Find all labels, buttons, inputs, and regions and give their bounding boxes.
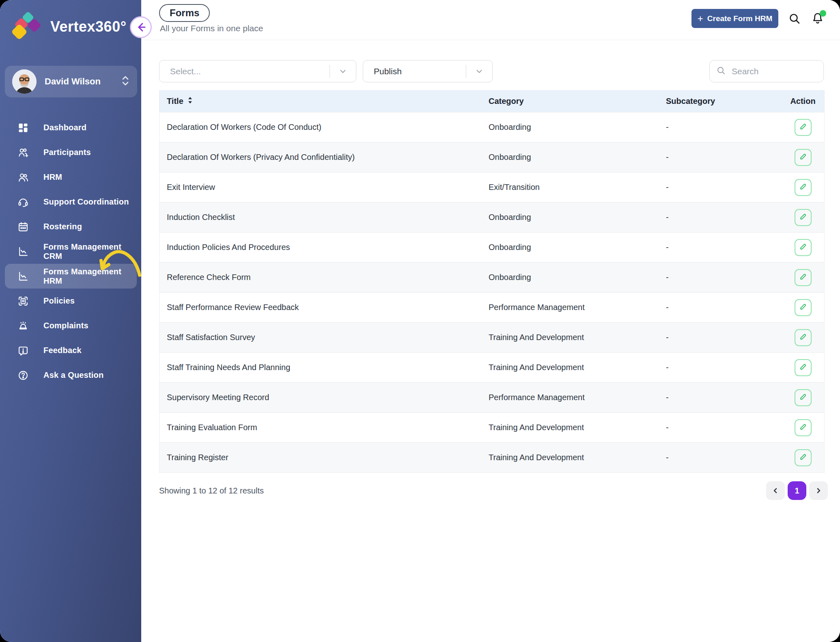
cell-title: Induction Policies And Procedures <box>159 243 489 252</box>
cell-subcategory: - <box>666 333 782 342</box>
notification-badge <box>820 10 826 17</box>
table-row: Induction Checklist Onboarding - <box>159 202 824 232</box>
category-dropdown-placeholder: Select... <box>159 67 330 76</box>
cell-subcategory: - <box>666 303 782 312</box>
edit-form-button[interactable] <box>795 449 812 466</box>
results-summary: Showing 1 to 12 of 12 results <box>159 486 264 496</box>
status-dropdown[interactable]: Publish <box>363 60 493 82</box>
next-page-button[interactable] <box>809 481 828 500</box>
edit-form-button[interactable] <box>795 179 812 196</box>
complaints-icon <box>17 320 29 332</box>
edit-icon <box>798 452 808 463</box>
edit-icon <box>798 242 808 253</box>
cell-category: Exit/Transition <box>489 183 666 192</box>
edit-form-button[interactable] <box>795 209 812 226</box>
edit-form-button[interactable] <box>795 419 812 436</box>
cell-category: Training And Development <box>489 333 666 342</box>
cell-category: Onboarding <box>489 153 666 162</box>
cell-category: Training And Development <box>489 453 666 462</box>
chart-icon <box>17 270 29 282</box>
previous-page-button[interactable] <box>766 481 785 500</box>
sidebar-item-label: Feedback <box>43 346 82 355</box>
sidebar-item[interactable]: Participants <box>5 140 137 165</box>
edit-form-button[interactable] <box>795 269 812 286</box>
notifications-bell-icon[interactable] <box>811 12 825 26</box>
sidebar-item-label: Complaints <box>43 321 88 330</box>
search-icon[interactable] <box>788 12 801 25</box>
cell-subcategory: - <box>666 423 782 432</box>
cell-category: Performance Management <box>489 303 666 312</box>
main-content: Forms All your Forms in one place + Crea… <box>141 0 840 642</box>
cell-category: Training And Development <box>489 363 666 372</box>
cell-category: Onboarding <box>489 243 666 252</box>
chevron-up-down-icon <box>121 75 130 88</box>
sidebar-item-label: HRM <box>43 172 62 182</box>
sidebar-item-label: Forms Management HRM <box>43 267 132 286</box>
category-dropdown[interactable]: Select... <box>159 60 356 82</box>
cell-subcategory: - <box>666 393 782 402</box>
hrm-icon <box>17 171 29 183</box>
brand-name: Vertex360° <box>50 18 127 35</box>
logo-icon <box>11 12 43 41</box>
page-title: Forms <box>159 4 210 22</box>
cell-title: Staff Satisfaction Survey <box>159 333 489 342</box>
edit-form-button[interactable] <box>795 359 812 376</box>
sidebar-item-label: Support Coordination <box>43 197 129 207</box>
edit-form-button[interactable] <box>795 329 812 346</box>
user-name: David Wilson <box>45 76 121 87</box>
search-input[interactable] <box>731 66 817 77</box>
column-category: Category <box>489 97 666 106</box>
sidebar-item[interactable]: Policies <box>5 289 137 313</box>
create-form-hrm-button[interactable]: + Create Form HRM <box>691 9 778 28</box>
cell-subcategory: - <box>666 453 782 462</box>
edit-form-button[interactable] <box>795 239 812 256</box>
sidebar-item[interactable]: Forms Management HRM <box>5 264 137 289</box>
sidebar-item-label: Ask a Question <box>43 371 103 380</box>
sidebar-item[interactable]: Rostering <box>5 214 137 239</box>
edit-form-button[interactable] <box>795 119 812 136</box>
feedback-icon <box>17 345 29 357</box>
sidebar-item[interactable]: Dashboard <box>5 115 137 140</box>
user-profile-card[interactable]: David Wilson <box>5 66 137 97</box>
chevron-down-icon <box>466 67 492 76</box>
status-dropdown-value: Publish <box>363 67 466 76</box>
forms-table: Title Category Subcategory Action Declar… <box>159 90 825 473</box>
table-row: Training Evaluation Form Training And De… <box>159 412 824 442</box>
column-title: Title <box>167 97 183 106</box>
cell-title: Training Evaluation Form <box>159 423 489 432</box>
edit-icon <box>798 422 808 433</box>
edit-icon <box>798 152 808 163</box>
sort-icon[interactable] <box>187 97 193 106</box>
sidebar-item-label: Dashboard <box>43 123 86 132</box>
edit-icon <box>798 332 808 343</box>
table-row: Supervisory Meeting Record Performance M… <box>159 382 824 412</box>
sidebar-item[interactable]: HRM <box>5 165 137 190</box>
edit-icon <box>798 182 808 193</box>
sidebar-item[interactable]: Feedback <box>5 338 137 363</box>
cell-subcategory: - <box>666 153 782 162</box>
edit-icon <box>798 212 808 223</box>
page-number-button[interactable]: 1 <box>788 481 806 500</box>
column-action: Action <box>782 97 824 106</box>
cell-category: Training And Development <box>489 423 666 432</box>
sidebar-item[interactable]: Forms Management CRM <box>5 239 137 264</box>
sidebar-collapse-button[interactable] <box>130 16 152 38</box>
support-icon <box>17 196 29 208</box>
cell-category: Onboarding <box>489 123 666 132</box>
cell-subcategory: - <box>666 213 782 222</box>
cell-title: Declaration Of Workers (Code Of Conduct) <box>159 123 489 132</box>
cell-title: Induction Checklist <box>159 213 489 222</box>
policies-icon <box>17 295 29 307</box>
cell-category: Onboarding <box>489 273 666 282</box>
cell-subcategory: - <box>666 123 782 132</box>
sidebar-item[interactable]: Support Coordination <box>5 190 137 214</box>
cell-subcategory: - <box>666 363 782 372</box>
sidebar-item[interactable]: Complaints <box>5 313 137 338</box>
brand-logo: Vertex360° <box>11 12 127 41</box>
table-search <box>709 60 824 82</box>
plus-icon: + <box>698 13 703 24</box>
edit-form-button[interactable] <box>795 149 812 166</box>
sidebar-item[interactable]: Ask a Question <box>5 363 137 388</box>
edit-form-button[interactable] <box>795 299 812 316</box>
edit-form-button[interactable] <box>795 389 812 406</box>
